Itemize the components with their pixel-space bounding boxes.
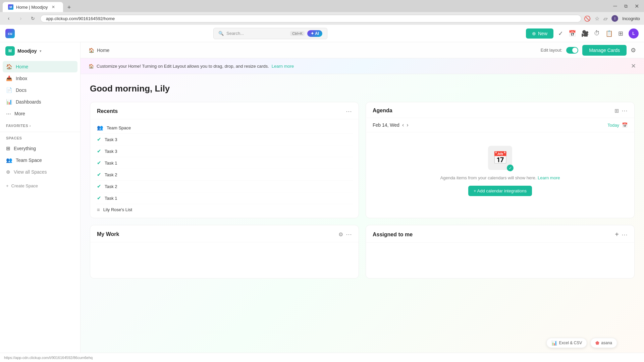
recent-item-label: Task 2 (105, 172, 117, 177)
search-bar[interactable]: 🔍 Search... Ctrl+K ✦ AI (213, 28, 327, 39)
assigned-card-body (366, 243, 634, 276)
prev-date-button[interactable]: ‹ (402, 122, 404, 128)
new-button[interactable]: ⊕ New (526, 28, 553, 39)
recents-card-title: Recents (97, 108, 118, 114)
agenda-card-menu-button[interactable]: ⋯ (622, 107, 628, 114)
more-icon: ⋯ (6, 111, 11, 117)
new-tab-button[interactable]: + (64, 3, 74, 12)
sidebar-item-team-space[interactable]: 👥 Team Space (3, 155, 77, 166)
recents-card-menu-button[interactable]: ⋯ (346, 108, 352, 115)
recent-item-task3-1[interactable]: ✔ Task 3 (96, 134, 353, 145)
sidebar-workspace[interactable]: M Moodjoy ▾ (0, 42, 80, 60)
address-text: app.clickup.com/9016164592/home (46, 16, 115, 21)
clock-icon[interactable]: ⏱ (594, 30, 600, 37)
forward-button[interactable]: › (16, 14, 25, 23)
user-avatar[interactable]: L (629, 28, 639, 39)
manage-cards-button[interactable]: Manage Cards (582, 45, 627, 56)
sidebar: M Moodjoy ▾ 🏠 Home 📥 Inbox 📄 Docs (0, 42, 80, 353)
page-content: Good morning, Lily Recents ⋯ 👥 Team Spac… (80, 74, 644, 353)
recent-item-label: Task 1 (105, 196, 117, 201)
recent-item-lily-list[interactable]: ≡ Lily Rose's List (96, 204, 353, 215)
ai-badge[interactable]: ✦ AI (307, 30, 322, 37)
mywork-card-title: My Work (97, 231, 119, 237)
agenda-card: Agenda ⊞ ⋯ Feb 14, Wed ‹ › (366, 102, 635, 218)
reload-button[interactable]: ↻ (28, 14, 38, 23)
agenda-date-text: Feb 14, Wed (373, 122, 399, 128)
agenda-empty-text: Agenda items from your calendars will sh… (373, 175, 628, 180)
sidebar-item-label: Dashboards (16, 99, 41, 105)
import-tooltips: 📊 Excel & CSV ⬟ asana (546, 338, 617, 348)
today-button[interactable]: Today (607, 123, 619, 128)
grid-view-icon[interactable]: ⊞ (614, 108, 619, 114)
search-icon: 🔍 (218, 31, 224, 36)
calendar-icon[interactable]: 📅 (569, 30, 576, 37)
chevron-right-icon[interactable]: › (30, 124, 31, 128)
restore-button[interactable]: ⧉ (621, 1, 631, 11)
doc-icon[interactable]: 📋 (605, 30, 613, 37)
tablet-icon[interactable]: ▱ (603, 15, 607, 22)
banner-close-button[interactable]: ✕ (631, 62, 636, 70)
workspace-name: Moodjoy (17, 48, 37, 54)
tab-favicon: M (8, 4, 13, 10)
recent-item-task1-1[interactable]: ✔ Task 1 (96, 157, 353, 169)
calendar-mini-icon[interactable]: 📅 (622, 122, 628, 128)
sidebar-item-more[interactable]: ⋯ More (3, 108, 77, 119)
mywork-menu-button[interactable]: ⋯ (346, 231, 352, 238)
space-icon: 👥 (97, 125, 103, 131)
browser-tab-active[interactable]: M Home | Moodjoy ✕ (3, 2, 63, 12)
breadcrumb-label: Home (97, 48, 109, 53)
close-window-button[interactable]: ✕ (632, 1, 641, 11)
sidebar-item-docs[interactable]: 📄 Docs (3, 84, 77, 96)
asana-tooltip[interactable]: ⬟ asana (590, 338, 617, 348)
edit-layout-label: Edit layout: (541, 48, 562, 53)
recents-card-body: 👥 Team Space ✔ Task 3 ✔ Task 3 (90, 119, 359, 218)
banner-learn-more-link[interactable]: Learn more (272, 64, 294, 69)
close-icon[interactable]: ✕ (52, 5, 55, 9)
recents-card: Recents ⋯ 👥 Team Space ✔ Task 3 (90, 102, 359, 218)
asana-icon: ⬟ (595, 341, 599, 346)
next-date-button[interactable]: › (407, 122, 408, 128)
excel-csv-tooltip[interactable]: 📊 Excel & CSV (546, 338, 587, 348)
recent-item-label: Team Space (107, 125, 131, 130)
bookmark-icon[interactable]: ☆ (595, 15, 599, 22)
mywork-settings-button[interactable]: ⚙ (338, 231, 343, 238)
favorites-label: Favorites (6, 124, 28, 128)
sidebar-item-label: Everything (14, 146, 36, 151)
topbar: cu 🔍 Search... Ctrl+K ✦ AI ⊕ New ✓ 📅 🎥 ⏱… (0, 25, 644, 42)
edit-layout-toggle[interactable] (566, 47, 578, 54)
window-controls[interactable]: ─ ⧉ ✕ (610, 1, 641, 12)
browser-tabs: M Home | Moodjoy ✕ + ─ ⧉ ✕ (0, 0, 644, 12)
settings-icon-button[interactable]: ⚙ (631, 47, 636, 54)
eyeoff-icon[interactable]: 🚫 (584, 15, 591, 22)
sidebar-item-inbox[interactable]: 📥 Inbox (3, 73, 77, 84)
camera-icon[interactable]: 🎥 (581, 30, 589, 37)
create-space[interactable]: + Create Space (0, 181, 80, 191)
assigned-menu-button[interactable]: ⋯ (622, 231, 628, 238)
sidebar-favorites-section: Favorites › (0, 121, 80, 129)
main: M Moodjoy ▾ 🏠 Home 📥 Inbox 📄 Docs (0, 42, 644, 353)
assigned-add-button[interactable]: + (615, 231, 619, 238)
search-shortcut: Ctrl+K (290, 31, 305, 36)
grid-icon[interactable]: ⊞ (618, 30, 623, 37)
sidebar-item-view-all-spaces[interactable]: ⊕ View all Spaces (3, 166, 77, 178)
sidebar-item-everything[interactable]: ⊞ Everything (3, 143, 77, 154)
sidebar-item-home[interactable]: 🏠 Home (3, 61, 77, 72)
recent-item-team-space[interactable]: 👥 Team Space (96, 122, 353, 134)
agenda-card-title: Agenda (373, 108, 392, 114)
recent-item-task2-2[interactable]: ✔ Task 2 (96, 181, 353, 192)
plus-icon: ⊕ (532, 31, 536, 36)
agenda-learn-more-link[interactable]: Learn more (538, 175, 560, 180)
add-calendar-button[interactable]: + Add calendar integrations (468, 186, 532, 196)
minimize-button[interactable]: ─ (610, 1, 620, 11)
back-button[interactable]: ‹ (4, 14, 13, 23)
assigned-card-title: Assigned to me (373, 232, 413, 238)
sidebar-item-label: Team Space (16, 158, 42, 163)
recent-item-task2-1[interactable]: ✔ Task 2 (96, 169, 353, 181)
check-icon[interactable]: ✓ (558, 30, 563, 37)
sidebar-item-dashboards[interactable]: 📊 Dashboards (3, 96, 77, 108)
agenda-empty-state: 📅 ✓ Agenda items from your calendars wil… (366, 132, 634, 207)
address-bar[interactable]: app.clickup.com/9016164592/home (40, 15, 581, 22)
recent-item-task1-2[interactable]: ✔ Task 1 (96, 192, 353, 204)
tab-title: Home | Moodjoy (16, 5, 48, 10)
recent-item-task3-2[interactable]: ✔ Task 3 (96, 145, 353, 157)
